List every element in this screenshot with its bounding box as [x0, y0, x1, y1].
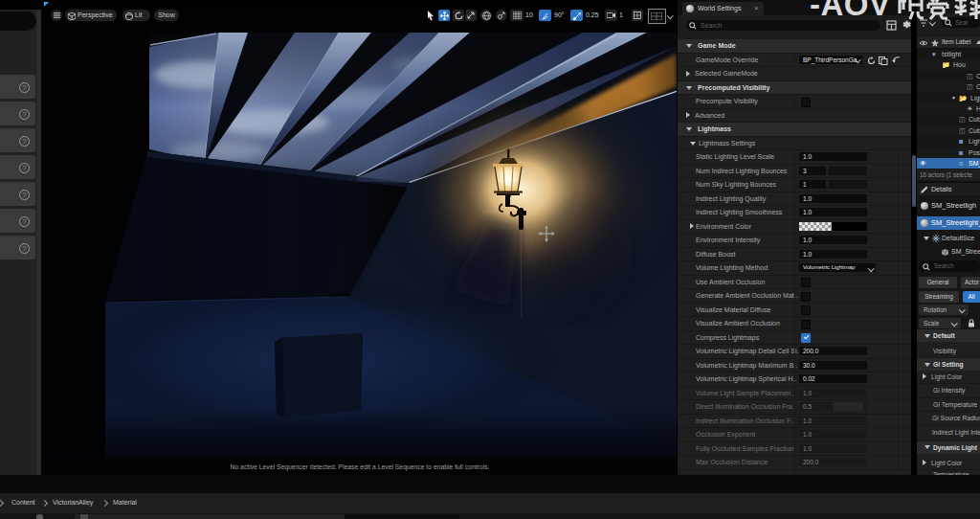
svg-text:No active Level Sequencer dete: No active Level Sequencer detected. Plea…	[231, 463, 490, 471]
